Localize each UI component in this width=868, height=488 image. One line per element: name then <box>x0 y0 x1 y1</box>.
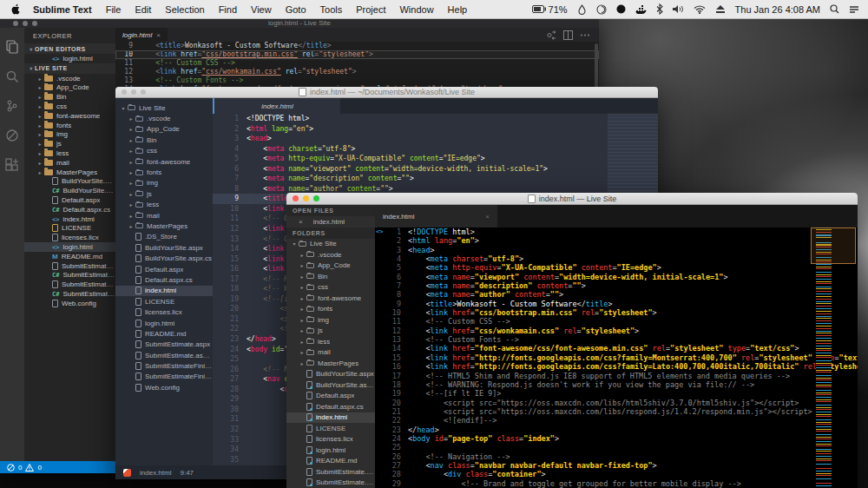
filled-circle-icon[interactable] <box>616 4 626 14</box>
tree-item-default-aspx[interactable]: Default.aspx <box>286 391 375 402</box>
tree-item-app-code[interactable]: ▸App_Code <box>24 83 115 93</box>
menu-tools[interactable]: Tools <box>320 4 343 15</box>
tab-close-icon[interactable]: × <box>485 213 490 221</box>
tree-item-web-config[interactable]: Web.config <box>115 382 213 392</box>
tree-item-buildyoursite-aspx[interactable]: BuildYourSite.aspx <box>24 177 115 187</box>
front-titlebar[interactable]: index.html — Live Site <box>286 193 858 205</box>
tree-item--ds-store[interactable]: .DS_Store <box>115 232 213 242</box>
tree-item-js[interactable]: ▸js <box>115 188 213 199</box>
notification-center-icon[interactable] <box>849 5 859 14</box>
more-actions-icon[interactable] <box>580 30 590 40</box>
tree-item-default-aspx-cs[interactable]: Default.aspx.cs <box>24 205 115 214</box>
search-icon[interactable] <box>5 69 19 83</box>
tree-item-license[interactable]: LICENSE <box>24 224 115 234</box>
tab-index-html[interactable]: index.html× <box>375 205 497 228</box>
tree-item-login-html[interactable]: login.html <box>24 54 115 63</box>
tree-item-css[interactable]: ▸css <box>115 146 213 156</box>
menu-find[interactable]: Find <box>219 4 237 15</box>
tree-item-submitestimate-aspx-cs[interactable]: SubmitEstimate.aspx.cs <box>24 271 115 280</box>
tree-item-submitestimate-aspx[interactable]: SubmitEstimate.aspx <box>115 340 213 350</box>
fold-marker-icon[interactable]: <> <box>376 228 383 236</box>
tree-item-masterpages[interactable]: ▸MasterPages <box>286 358 375 369</box>
tree-item-license[interactable]: LICENSE <box>115 296 213 307</box>
tree-item-img[interactable]: ▸img <box>286 314 375 326</box>
folders-header[interactable]: FOLDERS <box>286 228 375 239</box>
tree-item-img[interactable]: ▸img <box>115 178 213 188</box>
docker-icon[interactable] <box>635 4 647 15</box>
tab-login-html[interactable]: login.html× <box>115 28 168 42</box>
warnings-icon[interactable] <box>25 464 34 472</box>
tree-item-readme-md[interactable]: README.md <box>24 252 115 261</box>
minimap-viewport[interactable] <box>811 228 856 264</box>
tree-item-index-html[interactable]: index.html <box>24 214 115 224</box>
tree-item-app-code[interactable]: ▸App_Code <box>286 260 375 272</box>
tree-item-mail[interactable]: ▸mail <box>24 158 115 168</box>
tree-item-submitestimatefinish-[interactable]: SubmitEstimateFinish... <box>24 289 115 299</box>
tree-item-less[interactable]: ▸less <box>24 148 115 158</box>
battery-indicator[interactable]: 71% <box>532 4 568 15</box>
tree-item-index-html[interactable]: ×index.html <box>286 216 375 228</box>
tree-item-fonts[interactable]: ▸fonts <box>24 121 115 130</box>
tree-item-readme-md[interactable]: README.md <box>286 456 375 467</box>
open-editors-header[interactable]: ▾OPEN EDITORS <box>24 43 115 54</box>
close-icon[interactable]: × <box>299 218 303 226</box>
tree-item-buildyoursite-aspx-cs[interactable]: BuildYourSite.aspx.cs <box>115 253 213 263</box>
extensions-icon[interactable] <box>5 158 19 172</box>
tree-item-submitestimatefinish-as[interactable]: SubmitEstimateFinish.as <box>115 372 213 382</box>
tree-item-css[interactable]: ▸css <box>286 282 375 293</box>
debug-icon[interactable] <box>5 129 19 142</box>
volume-icon[interactable] <box>673 4 684 14</box>
tree-item-app-code[interactable]: ▸App_Code <box>115 124 213 135</box>
tree-item-css[interactable]: ▸css <box>24 102 115 111</box>
tree-item-font-awesome[interactable]: ▸font-awesome <box>286 293 375 304</box>
tree-item-fonts[interactable]: ▸fonts <box>115 167 213 177</box>
tree-item-buildyoursite-aspx[interactable]: BuildYourSite.aspx <box>286 369 375 380</box>
tree-item-masterpages[interactable]: ▸MasterPages <box>115 221 213 231</box>
tree-item--vscode[interactable]: ▸.vscode <box>286 249 375 260</box>
tree-item-less[interactable]: ▸less <box>115 200 213 210</box>
tree-item-login-html[interactable]: login.html <box>24 242 115 252</box>
vscode-titlebar[interactable]: login.html - Live Site <box>0 19 599 28</box>
back-titlebar[interactable]: index.html — ~/Documents/Wonkasoft/Live … <box>115 87 658 98</box>
tree-item-bin[interactable]: ▸Bin <box>24 92 115 102</box>
tree-item-web-config[interactable]: Web.config <box>24 299 115 308</box>
tree-item-default-aspx-cs[interactable]: Default.aspx.cs <box>115 274 213 285</box>
menu-view[interactable]: View <box>251 4 272 15</box>
tree-item-buildyoursite-aspx[interactable]: BuildYourSite.aspx <box>115 242 213 253</box>
droplet-icon[interactable] <box>577 4 587 15</box>
front-minimap[interactable] <box>816 228 832 488</box>
menu-bar-clock[interactable]: Thu Jan 26 4:08 AM <box>735 4 820 15</box>
bluetooth-icon[interactable] <box>656 3 663 15</box>
tree-item-mail[interactable]: ▸mail <box>115 210 213 221</box>
tree-item-mail[interactable]: ▸mail <box>286 347 375 359</box>
spotlight-icon[interactable] <box>830 4 839 14</box>
menu-edit[interactable]: Edit <box>135 4 151 15</box>
tree-item-live-site[interactable]: ▾Live Site <box>115 102 213 113</box>
tree-item-default-aspx-cs[interactable]: Default.aspx.cs <box>286 401 375 412</box>
open-changes-icon[interactable] <box>547 30 556 40</box>
tree-item-bin[interactable]: ▸Bin <box>115 135 213 145</box>
open-files-header[interactable]: OPEN FILES <box>286 205 375 216</box>
split-editor-icon[interactable] <box>563 30 573 40</box>
swirl-icon[interactable] <box>596 4 607 15</box>
tab-index-html[interactable]: index.html <box>213 98 340 114</box>
tree-item-licenses-licx[interactable]: licenses.licx <box>286 434 375 445</box>
tree-item-default-aspx[interactable]: Default.aspx <box>115 264 213 274</box>
tree-item-license[interactable]: LICENSE <box>286 423 375 434</box>
sublime-status-icon[interactable] <box>123 469 131 477</box>
tree-item-default-aspx[interactable]: Default.aspx <box>24 195 115 205</box>
tree-item-index-html[interactable]: index.html <box>115 286 213 296</box>
tree-item-js[interactable]: ▸js <box>24 139 115 148</box>
tab-close-icon[interactable]: × <box>156 31 161 39</box>
tree-item-login-html[interactable]: login.html <box>115 318 213 328</box>
tree-item-js[interactable]: ▸js <box>286 326 375 337</box>
tree-item-login-html[interactable]: login.html <box>286 445 375 456</box>
tree-item-readme-md[interactable]: README.md <box>115 328 213 339</box>
menu-selection[interactable]: Selection <box>165 4 204 15</box>
tree-item-buildyoursite-aspx-cs[interactable]: BuildYourSite.aspx.cs <box>24 186 115 195</box>
tree-item-submitestimatefinish-as[interactable]: SubmitEstimateFinish.as <box>115 360 213 371</box>
explorer-icon[interactable] <box>5 40 19 54</box>
menu-window[interactable]: Window <box>399 4 433 15</box>
tree-item-bin[interactable]: ▸Bin <box>286 271 375 282</box>
tree-item-font-awesome[interactable]: ▸font-awesome <box>115 156 213 167</box>
